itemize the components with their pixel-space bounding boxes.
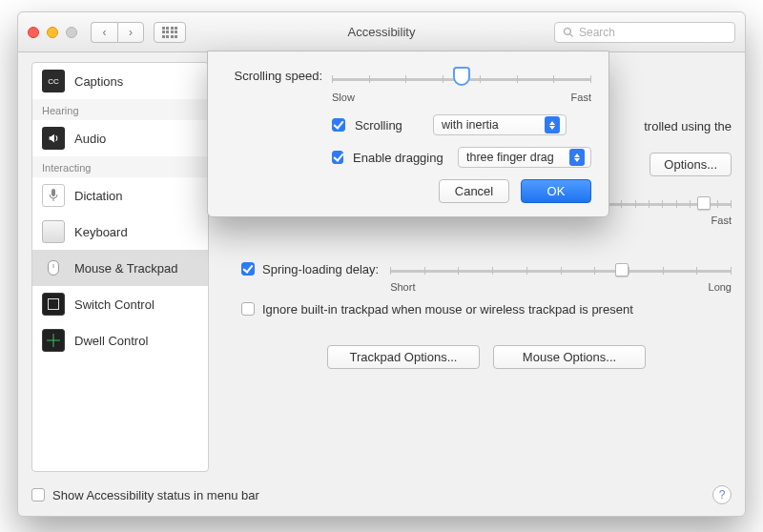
sidebar-item-switch-control[interactable]: Switch Control	[32, 286, 208, 322]
slider-long-label: Long	[709, 281, 732, 293]
enable-dragging-label: Enable dragging	[353, 151, 448, 165]
sidebar-item-captions[interactable]: CC Captions	[32, 63, 208, 99]
svg-rect-0	[52, 189, 55, 196]
options-button[interactable]: Options...	[650, 153, 732, 176]
enable-dragging-checkbox[interactable]	[332, 151, 343, 164]
spring-loading-row: Spring-loading delay: Short Long	[241, 262, 732, 293]
sidebar-item-label: Captions	[74, 74, 123, 89]
scrolling-checkbox[interactable]	[332, 118, 345, 132]
microphone-icon	[42, 184, 65, 207]
sidebar-item-label: Audio	[74, 132, 106, 146]
stepper-icon	[545, 116, 560, 133]
cancel-button[interactable]: Cancel	[439, 179, 509, 203]
sidebar-item-label: Keyboard	[74, 225, 128, 239]
keyboard-icon	[42, 220, 65, 243]
ignore-trackpad-label: Ignore built-in trackpad when mouse or w…	[262, 302, 633, 317]
scrolling-speed-label: Scrolling speed:	[225, 69, 322, 83]
sidebar-item-label: Dwell Control	[74, 334, 148, 348]
accessibility-window: ‹ › Accessibility Search CC Captions Hea…	[17, 11, 746, 517]
search-input[interactable]: Search	[554, 22, 735, 43]
chevron-right-icon: ›	[129, 26, 133, 39]
show-status-label: Show Accessibility status in menu bar	[52, 488, 259, 502]
window-controls	[28, 27, 77, 38]
sidebar-item-dictation[interactable]: Dictation	[32, 177, 208, 214]
help-button[interactable]: ?	[712, 485, 732, 504]
mouse-icon	[42, 256, 65, 279]
slider-short-label: Short	[390, 281, 415, 293]
speaker-icon	[42, 127, 65, 150]
trackpad-options-sheet: Scrolling speed: Slow Fast Scrolling wit…	[207, 51, 609, 217]
dragging-mode-popup[interactable]: three finger drag	[458, 147, 591, 168]
sidebar-item-mouse-trackpad[interactable]: Mouse & Trackpad	[32, 250, 208, 286]
forward-button[interactable]: ›	[117, 22, 144, 43]
mouse-options-button[interactable]: Mouse Options...	[493, 345, 646, 369]
dragging-mode-value: three finger drag	[466, 151, 554, 164]
sidebar: CC Captions Hearing Audio Interacting Di…	[31, 62, 209, 472]
double-click-speed-slider[interactable]	[608, 195, 732, 213]
switch-control-icon	[42, 293, 65, 316]
spring-loading-label: Spring-loading delay:	[262, 262, 379, 276]
stepper-icon	[569, 149, 585, 166]
sidebar-item-label: Dictation	[74, 189, 123, 203]
slider-slow-label: Slow	[332, 92, 355, 103]
help-icon: ?	[719, 488, 726, 501]
titlebar: ‹ › Accessibility Search	[18, 12, 745, 52]
minimize-icon[interactable]	[47, 27, 58, 38]
back-button[interactable]: ‹	[91, 22, 117, 43]
sidebar-item-label: Mouse & Trackpad	[74, 261, 177, 276]
sidebar-item-label: Switch Control	[74, 297, 155, 312]
ignore-trackpad-checkbox[interactable]	[241, 302, 255, 316]
partial-text: trolled using the	[644, 119, 732, 133]
nav-back-forward: ‹ ›	[91, 22, 144, 43]
chevron-left-icon: ‹	[103, 26, 107, 39]
show-all-button[interactable]	[154, 22, 186, 43]
close-icon[interactable]	[28, 27, 39, 38]
sidebar-item-dwell-control[interactable]: Dwell Control	[32, 322, 208, 358]
footer: Show Accessibility status in menu bar ?	[31, 485, 732, 504]
dwell-control-icon	[42, 329, 65, 352]
scrolling-mode-value: with inertia	[442, 118, 499, 132]
search-icon	[563, 27, 574, 38]
sidebar-item-audio[interactable]: Audio	[32, 120, 208, 156]
sidebar-item-keyboard[interactable]: Keyboard	[32, 214, 208, 250]
sidebar-section-interacting: Interacting	[32, 156, 208, 177]
sidebar-section-hearing: Hearing	[32, 99, 208, 120]
zoom-icon[interactable]	[66, 27, 77, 38]
slider-fast-label: Fast	[571, 92, 591, 103]
spring-loading-checkbox[interactable]	[241, 262, 255, 276]
ok-button[interactable]: OK	[521, 179, 591, 203]
captions-icon: CC	[42, 70, 65, 92]
grid-icon	[162, 27, 178, 38]
slider-fast-label: Fast	[711, 215, 732, 226]
search-placeholder: Search	[579, 26, 615, 39]
show-status-checkbox[interactable]	[31, 488, 45, 501]
scrolling-speed-slider[interactable]	[332, 69, 591, 90]
spring-loading-slider[interactable]	[390, 262, 732, 279]
ignore-trackpad-row: Ignore built-in trackpad when mouse or w…	[241, 302, 732, 317]
trackpad-options-button[interactable]: Trackpad Options...	[327, 345, 480, 369]
scrolling-mode-popup[interactable]: with inertia	[433, 114, 567, 135]
scrolling-checkbox-label: Scrolling	[355, 118, 423, 133]
